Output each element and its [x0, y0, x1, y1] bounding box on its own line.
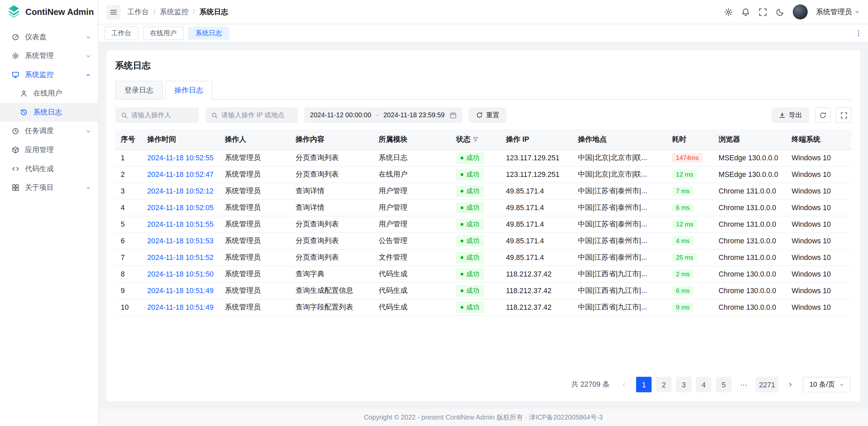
brand[interactable]: ContiNew Admin: [0, 0, 98, 24]
breadcrumb: 工作台 / 系统监控 / 系统日志: [127, 7, 229, 17]
sidebar-item[interactable]: 代码生成: [0, 159, 98, 178]
cell-operator: 系统管理员: [219, 216, 290, 232]
sidebar-item[interactable]: 系统管理: [0, 46, 98, 65]
cell-text: 9: [121, 286, 125, 295]
time-link[interactable]: 2024-11-18 10:52:47: [147, 170, 214, 178]
sidebar-item-label: 系统日志: [33, 107, 91, 117]
cell-browser: MSEdge 130.0.0.0: [713, 149, 786, 166]
time-link[interactable]: 2024-11-18 10:51:53: [147, 237, 214, 245]
avatar[interactable]: [793, 4, 808, 19]
time-link[interactable]: 2024-11-18 10:52:05: [147, 203, 214, 211]
sidebar-item[interactable]: 系统日志: [0, 103, 98, 122]
dark-mode-button[interactable]: [775, 7, 784, 16]
cell-text: 118.212.37.42: [506, 270, 551, 278]
cell-content: 查询详情: [290, 183, 373, 199]
notifications-button[interactable]: [741, 7, 750, 16]
pagination-page-button[interactable]: 1: [636, 377, 652, 392]
pagination-page-button[interactable]: 5: [716, 377, 731, 392]
page-size-select[interactable]: 10 条/页: [803, 377, 850, 392]
cell-status: 成功: [451, 149, 500, 166]
sidebar-item[interactable]: 应用管理: [0, 141, 98, 160]
cell-module: 在线用户: [373, 166, 451, 183]
settings-button[interactable]: [724, 7, 733, 16]
time-link[interactable]: 2024-11-18 10:51:49: [147, 286, 214, 295]
breadcrumb-item[interactable]: 系统监控: [160, 7, 189, 17]
time-link[interactable]: 2024-11-18 10:51:49: [147, 303, 214, 311]
brand-logo-icon: [7, 4, 21, 20]
cell-location: 中国|江西省|九江市|...: [572, 282, 667, 299]
nav-tab[interactable]: 工作台: [104, 26, 138, 40]
sidebar-item[interactable]: 仪表盘: [0, 28, 98, 47]
pagination-page-button[interactable]: 2271: [756, 377, 778, 392]
status-label: 成功: [466, 203, 479, 212]
cell-text: 查询字段配置列表: [296, 303, 353, 311]
pagination-next-button[interactable]: [783, 377, 798, 392]
export-button[interactable]: 导出: [772, 107, 809, 123]
refresh-table-button[interactable]: [815, 107, 830, 123]
sidebar-item[interactable]: 关于项目: [0, 178, 98, 197]
pagination-page-button[interactable]: 3: [676, 377, 692, 392]
sidebar-item-label: 代码生成: [25, 164, 91, 174]
sidebar-collapse-button[interactable]: [106, 5, 120, 19]
ip-search-input[interactable]: [221, 111, 292, 119]
cell-text: 49.85.171.4: [506, 220, 544, 228]
reset-button[interactable]: 重置: [469, 107, 507, 123]
page-size-label: 10 条/页: [809, 380, 835, 389]
filter-toolbar: 2024-11-12 00:00:00 - 2024-11-18 23:59:5…: [115, 107, 851, 123]
column-header: 终端系统: [786, 129, 851, 149]
cell-time: 2024-11-18 10:51:49: [142, 282, 219, 299]
cell-time: 2024-11-18 10:51:49: [142, 299, 219, 316]
time-link[interactable]: 2024-11-18 10:51:52: [147, 253, 214, 261]
time-link[interactable]: 2024-11-18 10:52:12: [147, 187, 214, 195]
cell-os: Windows 10: [786, 232, 851, 249]
duration-badge: 7 ms: [672, 186, 694, 195]
cell-text: 10: [121, 303, 129, 311]
cell-content: 查询生成配置信息: [290, 282, 373, 299]
cell-location: 中国|江苏省|泰州市|...: [572, 232, 667, 249]
time-link[interactable]: 2024-11-18 10:51:50: [147, 270, 214, 278]
column-header-label: 操作地点: [578, 135, 607, 143]
log-tab[interactable]: 操作日志: [165, 81, 213, 99]
fullscreen-button[interactable]: [758, 7, 767, 16]
sidebar-item[interactable]: 在线用户: [0, 84, 98, 103]
cell-status: 成功: [451, 183, 500, 199]
pagination-prev-button[interactable]: [616, 377, 632, 392]
expand-table-button[interactable]: [836, 107, 851, 123]
cell-text: Chrome 131.0.0.0: [718, 203, 776, 211]
status-label: 成功: [466, 169, 479, 179]
user-menu[interactable]: 系统管理员: [816, 7, 861, 17]
time-link[interactable]: 2024-11-18 10:52:55: [147, 154, 214, 162]
breadcrumb-item[interactable]: 工作台: [127, 7, 149, 17]
cell-module: 文件管理: [373, 249, 451, 266]
cell-content: 查询字段配置列表: [290, 299, 373, 316]
nav-tab[interactable]: 在线用户: [143, 26, 184, 40]
table-body: 12024-11-18 10:52:55系统管理员分页查询列表系统日志成功123…: [115, 149, 851, 316]
bell-icon: [741, 7, 750, 16]
sidebar-item[interactable]: 任务调度: [0, 122, 98, 141]
export-button-label: 导出: [789, 110, 802, 120]
time-link[interactable]: 2024-11-18 10:51:55: [147, 220, 214, 228]
date-range-picker[interactable]: 2024-11-12 00:00:00 - 2024-11-18 23:59:5…: [304, 107, 462, 123]
tab-more-button[interactable]: [855, 29, 863, 37]
pagination-page-button[interactable]: 2: [656, 377, 672, 392]
cell-time: 2024-11-18 10:52:05: [142, 199, 219, 216]
cell-text: 公告管理: [379, 236, 408, 244]
log-tabs: 登录日志操作日志: [115, 81, 851, 100]
status-dot: [460, 272, 463, 275]
operator-search-input[interactable]: [131, 111, 193, 119]
status-dot: [460, 189, 463, 192]
log-tab[interactable]: 登录日志: [115, 81, 163, 99]
cell-browser: Chrome 131.0.0.0: [713, 249, 786, 266]
cell-text: Windows 10: [792, 270, 831, 278]
cell-time: 2024-11-18 10:51:55: [142, 216, 219, 232]
cell-text: 123.117.129.251: [506, 154, 559, 162]
pagination-page-button[interactable]: 4: [696, 377, 712, 392]
cell-text: 系统管理员: [225, 303, 261, 311]
sidebar-item[interactable]: 系统监控: [0, 65, 98, 84]
filter-icon[interactable]: [472, 136, 479, 143]
cell-text: 代码生成: [379, 286, 408, 294]
pagination-ellipsis[interactable]: ⋯: [736, 377, 751, 392]
sidebar-item-label: 任务调度: [25, 126, 85, 136]
cell-browser: Chrome 131.0.0.0: [713, 183, 786, 199]
nav-tab[interactable]: 系统日志: [188, 26, 229, 40]
